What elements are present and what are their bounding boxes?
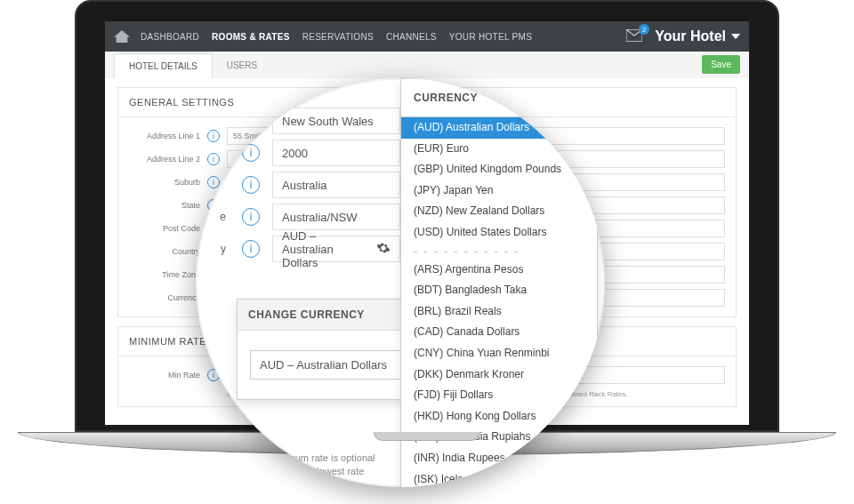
field-label: Post Code (129, 224, 207, 233)
gear-icon[interactable] (376, 241, 391, 258)
text-input[interactable]: 2000 (272, 140, 400, 166)
nav-item-rooms-rates[interactable]: ROOMS & RATES (212, 32, 290, 42)
currency-option[interactable]: (BDT) Bangladesh Taka (401, 280, 597, 301)
field-label: Suburb (129, 178, 207, 187)
zoom-form-row: iAustralia (196, 169, 400, 201)
tab-hotel-details[interactable]: HOTEL DETAILS (114, 53, 213, 78)
text-input[interactable]: Australia/NSW (272, 204, 400, 230)
zoom-field-label: y (196, 243, 226, 255)
chevron-down-icon (731, 34, 740, 39)
text-input[interactable]: AUD – Australian Dollars (272, 236, 400, 262)
zoom-form-row: yiAUD – Australian Dollars (196, 233, 400, 265)
magnifier-lens: iNew South Walesi2000iAustraliaeiAustral… (196, 78, 605, 487)
field-label: Country (129, 247, 207, 256)
currency-option[interactable]: (USD) United States Dollars (401, 222, 597, 244)
currency-option[interactable]: (BRL) Brazil Reals (401, 301, 597, 323)
text-input[interactable]: New South Wales (272, 108, 400, 134)
mail-badge: 2 (639, 24, 649, 35)
mail-icon[interactable]: 2 (626, 29, 642, 44)
tab-users[interactable]: USERS (213, 53, 271, 78)
min-rate-label: Min Rate (129, 371, 207, 380)
info-icon[interactable]: i (242, 176, 260, 194)
info-icon[interactable]: i (207, 130, 220, 142)
field-label: Address Line 1 (129, 132, 207, 140)
currency-option[interactable]: (ARS) Argentina Pesos (401, 260, 597, 281)
field-label: State (129, 201, 207, 210)
hotel-name-label: Your Hotel (655, 28, 726, 44)
currency-option[interactable]: (NZD) New Zealand Dollars (401, 201, 597, 222)
text-input[interactable]: Australia (272, 172, 400, 198)
info-icon[interactable]: i (207, 176, 220, 188)
info-icon[interactable]: i (242, 208, 260, 226)
sub-tabs: HOTEL DETAILSUSERS Save (105, 52, 749, 78)
currency-option[interactable]: (CNY) China Yuan Renminbi (401, 343, 597, 364)
home-icon[interactable] (114, 30, 130, 43)
nav-item-channels[interactable]: CHANNELS (386, 32, 437, 42)
dropdown-separator: - - - - - - - - - - - (401, 244, 597, 260)
currency-option[interactable]: (CAD) Canada Dollars (401, 322, 597, 343)
info-icon[interactable]: i (242, 240, 260, 258)
info-icon[interactable]: i (207, 153, 220, 165)
currency-option[interactable]: (JPY) Japan Yen (401, 180, 597, 202)
nav-item-dashboard[interactable]: DASHBOARD (141, 32, 199, 42)
laptop-notch (374, 432, 480, 441)
save-button[interactable]: Save (702, 55, 740, 74)
currency-option[interactable]: (ISK) Iceland Kronur (401, 469, 597, 488)
field-label: Address Line 2 (129, 155, 207, 164)
nav-item-your-hotel-pms[interactable]: YOUR HOTEL PMS (449, 32, 532, 42)
hotel-selector[interactable]: Your Hotel (655, 28, 740, 44)
top-nav: DASHBOARDROOMS & RATESRESERVATIONSCHANNE… (105, 21, 749, 52)
nav-item-reservations[interactable]: RESERVATIONS (302, 32, 374, 42)
currency-option[interactable]: (DKK) Denmark Kroner (401, 364, 597, 386)
